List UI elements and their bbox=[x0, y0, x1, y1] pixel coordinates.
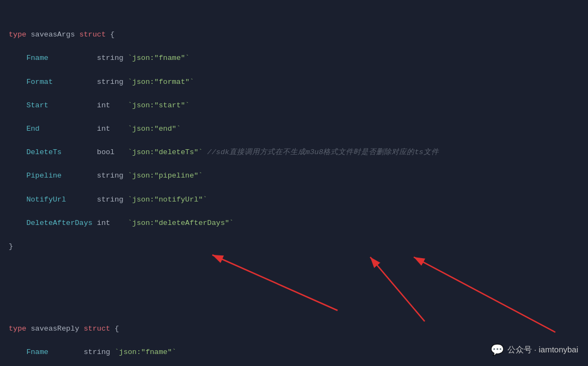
code-block: type saveasArgs struct { Fname string `j… bbox=[0, 0, 588, 366]
line-deleteafterdays: DeleteAfterDays int `json:"deleteAfterDa… bbox=[9, 217, 579, 229]
watermark-text: 公众号 · iamtonybai bbox=[507, 343, 578, 356]
line-type-saveasreply: type saveasReply struct { bbox=[9, 323, 579, 335]
line-pipeline: Pipeline string `json:"pipeline"` bbox=[9, 170, 579, 182]
line-end: End int `json:"end"` bbox=[9, 123, 579, 135]
line-type-saveasargs: type saveasArgs struct { bbox=[9, 29, 579, 41]
watermark: 💬 公众号 · iamtonybai bbox=[491, 341, 578, 358]
line-fname: Fname string `json:"fname"` bbox=[9, 52, 579, 64]
line-deletets: DeleteTs bool `json:"deleteTs"` //sdk直接调… bbox=[9, 147, 579, 158]
line-format: Format string `json:"format"` bbox=[9, 76, 579, 88]
line-notifyurl: NotifyUrl string `json:"notifyUrl"` bbox=[9, 194, 579, 206]
wechat-icon: 💬 bbox=[491, 341, 504, 358]
line-start: Start int `json:"start"` bbox=[9, 100, 579, 112]
line-close1: } bbox=[9, 241, 579, 253]
blank1 bbox=[9, 276, 579, 288]
